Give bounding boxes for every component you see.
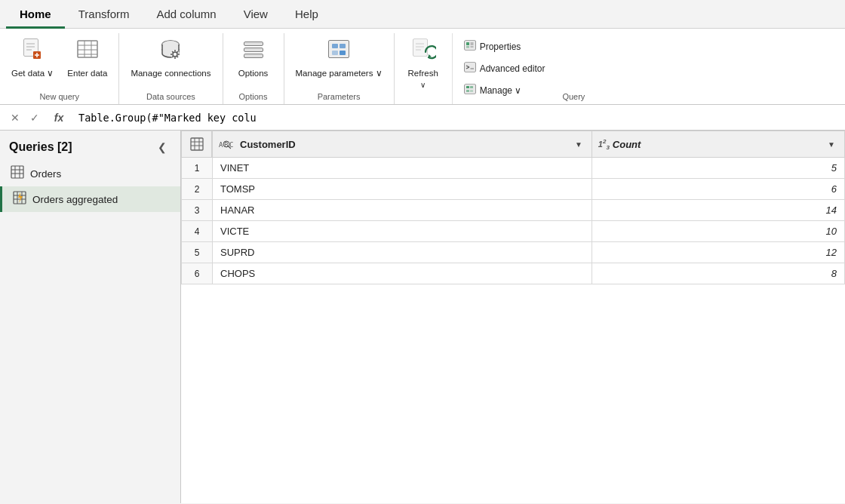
enter-data-button[interactable]: Enter data: [62, 33, 112, 83]
col-header-customerid[interactable]: A B C CustomerID ▼: [213, 131, 592, 158]
get-data-button[interactable]: Get data ∨: [6, 33, 59, 83]
formula-confirm-button[interactable]: ✓: [26, 109, 44, 127]
nav-tabs: Home Transform Add column View Help: [0, 0, 845, 29]
sidebar: Queries [2] ❮ Orders: [0, 131, 181, 503]
sidebar-collapse-button[interactable]: ❮: [153, 138, 171, 156]
table-scroll[interactable]: A B C CustomerID ▼: [181, 131, 845, 503]
svg-marker-43: [429, 54, 432, 57]
manage-parameters-icon: [326, 37, 352, 66]
options-button[interactable]: Options: [229, 33, 278, 83]
ribbon-group-query-items: Refresh∨: [401, 33, 446, 99]
ribbon-group-new-query: Get data ∨ Enter data New query: [0, 33, 119, 104]
formula-cancel-button[interactable]: ✕: [6, 109, 24, 127]
svg-rect-29: [244, 48, 263, 51]
ribbon-query-small-buttons: Properties Advanced editor: [453, 33, 557, 104]
advanced-editor-label: Advanced editor: [480, 63, 545, 74]
options-label: Options: [238, 68, 269, 79]
cell-customerid: HANAR: [213, 200, 592, 221]
sidebar-title: Queries [2]: [9, 140, 72, 154]
data-sources-group-label: Data sources: [125, 90, 216, 104]
parameters-group-label: Parameters: [290, 90, 388, 104]
cell-count: 5: [592, 158, 844, 179]
formula-bar: ✕ ✓ fx: [0, 105, 845, 131]
data-area: A B C CustomerID ▼: [181, 131, 845, 503]
table-all-icon: [182, 131, 212, 157]
get-data-icon: [20, 37, 45, 66]
refresh-button[interactable]: Refresh∨: [401, 33, 446, 94]
query-group-label: [420, 99, 426, 104]
tab-help[interactable]: Help: [281, 0, 332, 29]
svg-line-22: [173, 51, 174, 52]
manage-icon: [464, 83, 476, 98]
svg-rect-39: [413, 39, 427, 56]
table-select-all[interactable]: [182, 131, 213, 158]
svg-rect-62: [11, 166, 23, 178]
svg-rect-8: [78, 41, 97, 57]
orders-label: Orders: [30, 168, 61, 180]
col-customerid-dropdown[interactable]: ▼: [572, 139, 585, 150]
advanced-editor-button[interactable]: Advanced editor: [459, 58, 551, 79]
svg-rect-73: [191, 138, 203, 150]
svg-text:B: B: [224, 141, 228, 149]
ribbon-group-data-sources: Manage connections Data sources: [119, 33, 223, 104]
table-row: 2TOMSP6: [182, 179, 845, 200]
cell-customerid: CHOPS: [213, 263, 592, 284]
cell-count: 12: [592, 242, 844, 263]
count-type-icon: 123: [598, 138, 610, 151]
data-table: A B C CustomerID ▼: [181, 131, 845, 284]
svg-rect-35: [340, 44, 346, 48]
properties-icon: [464, 39, 476, 54]
col-header-count-content: 123 Count ▼: [592, 131, 844, 157]
svg-rect-60: [466, 90, 469, 92]
cell-count: 10: [592, 221, 844, 242]
row-number: 2: [182, 179, 213, 200]
query-group-footer-label: Query: [559, 90, 588, 104]
svg-rect-52: [465, 63, 475, 72]
fx-button[interactable]: fx: [48, 109, 69, 127]
properties-button[interactable]: Properties: [459, 36, 551, 57]
manage-parameters-label: Manage parameters ∨: [296, 68, 383, 79]
cell-customerid: TOMSP: [213, 179, 592, 200]
svg-rect-37: [340, 51, 346, 55]
table-row: 1VINET5: [182, 158, 845, 179]
svg-rect-33: [329, 41, 349, 57]
row-number: 3: [182, 200, 213, 221]
svg-rect-47: [466, 46, 469, 48]
properties-label: Properties: [480, 41, 521, 52]
svg-line-24: [177, 51, 178, 52]
table-row: 6CHOPS8: [182, 263, 845, 284]
table-row: 5SUPRD12: [182, 242, 845, 263]
advanced-editor-icon: [464, 61, 476, 76]
sidebar-item-orders[interactable]: Orders: [0, 161, 180, 186]
orders-aggregated-label: Orders aggregated: [32, 194, 118, 205]
cell-customerid: VINET: [213, 158, 592, 179]
enter-data-label: Enter data: [67, 68, 107, 79]
svg-rect-45: [465, 41, 475, 50]
cell-count: 8: [592, 263, 844, 284]
manage-connections-button[interactable]: Manage connections: [125, 33, 216, 83]
formula-input[interactable]: [74, 110, 839, 125]
refresh-label: Refresh∨: [408, 68, 438, 91]
options-icon: [241, 37, 266, 66]
orders-icon: [11, 165, 24, 182]
tab-view[interactable]: View: [230, 0, 281, 29]
col-count-dropdown[interactable]: ▼: [825, 139, 838, 150]
new-query-group-label: New query: [6, 90, 112, 104]
svg-text:A: A: [219, 141, 223, 149]
refresh-icon: [410, 37, 436, 66]
manage-connections-label: Manage connections: [131, 68, 210, 79]
tab-home[interactable]: Home: [6, 0, 65, 29]
tab-transform[interactable]: Transform: [65, 0, 143, 29]
svg-rect-31: [244, 54, 263, 57]
get-data-label: Get data ∨: [11, 68, 54, 79]
ribbon-group-data-sources-items: Manage connections: [125, 33, 216, 90]
svg-rect-34: [332, 44, 338, 48]
manage-parameters-button[interactable]: Manage parameters ∨: [290, 33, 388, 83]
col-header-count[interactable]: 123 Count ▼: [592, 131, 844, 158]
options-group-label: Options: [229, 90, 278, 104]
table-row: 4VICTE10: [182, 221, 845, 242]
manage-button[interactable]: Manage ∨: [459, 80, 551, 101]
ribbon: Get data ∨ Enter data New query: [0, 29, 845, 105]
sidebar-item-orders-aggregated[interactable]: Orders aggregated: [0, 186, 180, 212]
tab-add-column[interactable]: Add column: [143, 0, 229, 29]
